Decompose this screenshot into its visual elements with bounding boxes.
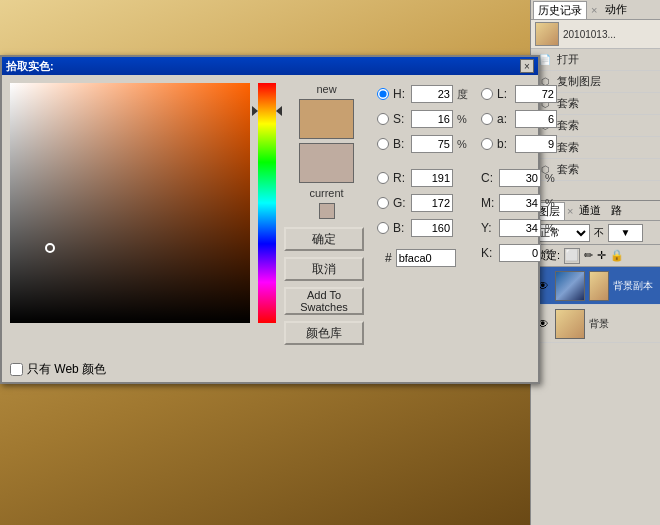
ok-button[interactable]: 确定 <box>284 227 364 251</box>
lock-all-icon[interactable]: 🔒 <box>610 249 624 262</box>
a-input-row: a: <box>481 108 561 130</box>
history-tab-bar: 历史记录 × 动作 <box>531 0 660 20</box>
current-color-swatch[interactable] <box>299 143 354 183</box>
dialog-buttons: 确定 取消 Add To Swatches 颜色库 <box>284 223 369 349</box>
l-input[interactable] <box>515 85 557 103</box>
r-input[interactable] <box>411 169 453 187</box>
s-unit: % <box>457 113 473 125</box>
l-label: L: <box>497 87 511 101</box>
web-only-row: 只有 Web 颜色 <box>2 357 538 382</box>
c-label: C: <box>481 171 495 185</box>
web-only-label: 只有 Web 颜色 <box>27 361 106 378</box>
s-label: S: <box>393 112 407 126</box>
hex-input-row: # <box>385 249 473 267</box>
g-radio[interactable] <box>377 197 389 209</box>
s-input-row: S: % <box>377 108 473 130</box>
actions-tab[interactable]: 动作 <box>601 1 631 18</box>
s-radio[interactable] <box>377 113 389 125</box>
h-unit: 度 <box>457 87 473 102</box>
layer-name-bg: 背景 <box>589 317 656 331</box>
right-input-column: L: a: b: C: % <box>481 83 561 349</box>
b2-input[interactable] <box>411 219 453 237</box>
b-input[interactable] <box>411 135 453 153</box>
b3-input-row: b: <box>481 133 561 155</box>
history-item-open[interactable]: 📄 打开 <box>531 49 660 71</box>
history-snapshot: 20101013... <box>531 20 660 49</box>
a-label: a: <box>497 112 511 126</box>
hue-slider-arrow-left <box>252 106 258 116</box>
h-label: H: <box>393 87 407 101</box>
lock-image-icon[interactable]: ✏ <box>584 249 593 262</box>
m-input-row: M: % <box>481 192 561 214</box>
k-input[interactable] <box>499 244 541 262</box>
dialog-title-bar: 拾取实色: × <box>2 57 538 75</box>
h-input-row: H: 度 <box>377 83 473 105</box>
color-picker-dialog: 拾取实色: × new current <box>0 55 540 384</box>
b-radio[interactable] <box>377 138 389 150</box>
opacity-label: 不 <box>594 226 604 240</box>
r-input-row: R: <box>377 167 473 189</box>
m-label: M: <box>481 196 495 210</box>
hue-slider-arrow-right <box>276 106 282 116</box>
a-input[interactable] <box>515 110 557 128</box>
dialog-content: new current 确定 取消 Add To Swatches 颜色库 H: <box>2 75 538 357</box>
current-label: current <box>309 187 343 199</box>
history-tab[interactable]: 历史记录 <box>533 1 587 19</box>
input-fields-area: H: 度 S: % B: % <box>377 83 561 349</box>
gradient-dark-overlay <box>10 83 250 323</box>
preview-buttons-area: new current 确定 取消 Add To Swatches 颜色库 <box>284 83 369 349</box>
color-gradient-picker[interactable] <box>10 83 250 323</box>
b3-radio[interactable] <box>481 138 493 150</box>
add-to-swatches-button[interactable]: Add To Swatches <box>284 287 364 315</box>
color-picker-circle <box>45 243 55 253</box>
r-radio[interactable] <box>377 172 389 184</box>
b2-radio[interactable] <box>377 222 389 234</box>
dialog-title: 拾取实色: <box>6 59 54 74</box>
y-label: Y: <box>481 221 495 235</box>
m-input[interactable] <box>499 194 541 212</box>
c-input-row: C: % <box>481 167 561 189</box>
h-radio[interactable] <box>377 88 389 100</box>
gradient-background <box>10 83 250 323</box>
layer-mask-copy <box>589 271 609 301</box>
b-input-row: B: % <box>377 133 473 155</box>
hex-input[interactable] <box>396 249 456 267</box>
lock-position-icon[interactable]: ✛ <box>597 249 606 262</box>
b-unit: % <box>457 138 473 150</box>
channels-tab[interactable]: 通道 <box>575 202 605 219</box>
paths-tab[interactable]: 路 <box>607 202 626 219</box>
b3-input[interactable] <box>515 135 557 153</box>
a-radio[interactable] <box>481 113 493 125</box>
layer-name-copy: 背景副本 <box>613 279 656 293</box>
history-item-label-dup: 复制图层 <box>557 74 601 89</box>
k-unit: % <box>545 247 561 259</box>
c-unit: % <box>545 172 561 184</box>
hue-slider-container <box>258 83 276 349</box>
opacity-input[interactable] <box>608 224 643 242</box>
web-only-checkbox[interactable] <box>10 363 23 376</box>
h-input[interactable] <box>411 85 453 103</box>
m-unit: % <box>545 197 561 209</box>
color-warning-icon <box>319 203 335 219</box>
g-input[interactable] <box>411 194 453 212</box>
dialog-close-button[interactable]: × <box>520 59 534 73</box>
l-input-row: L: <box>481 83 561 105</box>
left-input-column: H: 度 S: % B: % <box>377 83 473 349</box>
c-input[interactable] <box>499 169 541 187</box>
y-unit: % <box>545 222 561 234</box>
new-label: new <box>316 83 336 95</box>
history-item-label-open: 打开 <box>557 52 579 67</box>
color-library-button[interactable]: 颜色库 <box>284 321 364 345</box>
lock-transparent-icon[interactable]: ⬜ <box>564 248 580 264</box>
g-label: G: <box>393 196 407 210</box>
l-radio[interactable] <box>481 88 493 100</box>
r-label: R: <box>393 171 407 185</box>
new-color-swatch[interactable] <box>299 99 354 139</box>
hue-slider[interactable] <box>258 83 276 323</box>
snapshot-thumbnail <box>535 22 559 46</box>
hex-label: # <box>385 251 392 265</box>
y-input[interactable] <box>499 219 541 237</box>
s-input[interactable] <box>411 110 453 128</box>
cancel-button[interactable]: 取消 <box>284 257 364 281</box>
b2-label: B: <box>393 221 407 235</box>
